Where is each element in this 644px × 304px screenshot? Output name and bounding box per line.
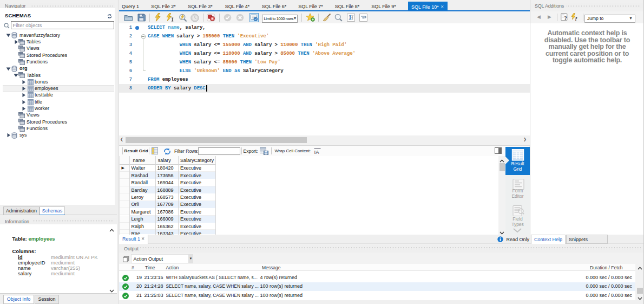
- svg-text:?: ?: [575, 15, 578, 22]
- svg-text:IA: IA: [314, 148, 320, 154]
- svg-text:?: ?: [564, 15, 567, 21]
